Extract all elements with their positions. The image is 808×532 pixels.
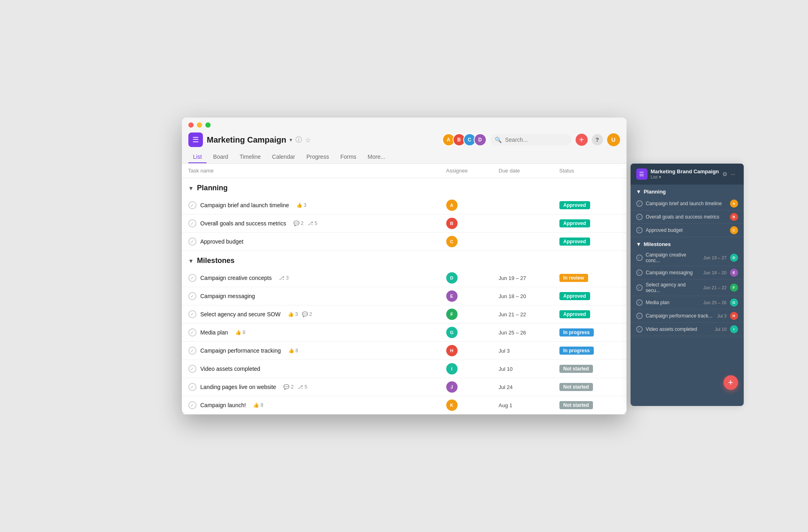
side-avatar: I — [730, 325, 738, 333]
tab-more[interactable]: More... — [363, 151, 390, 163]
status-badge: Not started — [559, 365, 593, 373]
task-check-icon[interactable]: ✓ — [188, 219, 196, 227]
side-panel-header: ☰ Marketing Brand Campaign List ▾ ⚙ ··· — [631, 164, 744, 185]
task-check-icon[interactable]: ✓ — [188, 347, 196, 355]
task-name-cell: ✓ Campaign launch! 👍 8 — [188, 401, 446, 409]
planning-title: Planning — [197, 184, 228, 192]
list-item[interactable]: ✓ Approved budget C — [631, 224, 744, 237]
section-planning[interactable]: ▼ Planning — [182, 178, 627, 196]
search-input[interactable] — [491, 134, 572, 145]
avatar: E — [446, 290, 458, 302]
table-row[interactable]: ✓ Select agency and secure SOW 👍 3 💬 2 F… — [182, 305, 627, 324]
table-row[interactable]: ✓ Approved budget C Approved — [182, 233, 627, 251]
side-check-icon: ✓ — [636, 284, 643, 291]
table-row[interactable]: ✓ Landing pages live on website 💬 2 ⎇ 5 … — [182, 378, 627, 396]
list-item[interactable]: ✓ Media plan Jun 25 – 26 G — [631, 296, 744, 309]
side-task-name: Campaign performance track... — [646, 313, 714, 319]
task-check-icon[interactable]: ✓ — [188, 310, 196, 318]
side-avatar: A — [730, 200, 738, 208]
planning-chevron: ▼ — [188, 185, 194, 191]
side-panel-controls: ⚙ ··· — [722, 171, 736, 177]
minimize-button[interactable] — [197, 122, 202, 128]
list-item[interactable]: ✓ Select agency and secu... Jun 21 – 22 … — [631, 280, 744, 296]
side-task-date: Jul 3 — [717, 313, 726, 318]
task-name: Approved budget — [200, 238, 244, 245]
side-panel: ☰ Marketing Brand Campaign List ▾ ⚙ ··· … — [631, 164, 744, 406]
side-avatar: F — [730, 284, 738, 292]
task-check-icon[interactable]: ✓ — [188, 274, 196, 282]
tab-progress[interactable]: Progress — [302, 151, 334, 163]
section-milestones[interactable]: ▼ Milestones — [182, 251, 627, 269]
table-row[interactable]: ✓ Campaign creative concepts ⎇ 3 D Jun 1… — [182, 269, 627, 287]
assignee-cell: F — [446, 309, 499, 320]
side-panel-filter-button[interactable]: ⚙ — [722, 171, 728, 177]
task-check-icon[interactable]: ✓ — [188, 292, 196, 300]
list-item[interactable]: ✓ Campaign messaging Jun 18 – 20 E — [631, 266, 744, 280]
side-milestones-chevron: ▼ — [636, 241, 641, 247]
side-panel-subtitle: List ▾ — [651, 175, 719, 180]
table-row[interactable]: ✓ Campaign brief and launch timeline 👍 3… — [182, 196, 627, 214]
side-panel-add-button[interactable]: + — [724, 375, 738, 390]
assignee-cell: A — [446, 200, 499, 211]
table-row[interactable]: ✓ Overall goals and success metrics 💬 2 … — [182, 214, 627, 233]
task-meta: 👍 8 — [288, 348, 298, 353]
list-item[interactable]: ✓ Video assets completed Jul 10 I — [631, 323, 744, 336]
close-button[interactable] — [188, 122, 194, 128]
task-check-icon[interactable]: ✓ — [188, 365, 196, 373]
user-avatar[interactable]: U — [607, 133, 620, 146]
tab-calendar[interactable]: Calendar — [267, 151, 300, 163]
table-row[interactable]: ✓ Media plan 👍 8 G Jun 25 – 26 In progre… — [182, 324, 627, 342]
title-dropdown-icon[interactable]: ▾ — [289, 137, 292, 143]
app-title: Marketing Campaign — [207, 135, 287, 145]
help-button[interactable]: ? — [592, 134, 603, 145]
task-check-icon[interactable]: ✓ — [188, 238, 196, 246]
avatar: K — [446, 400, 458, 411]
side-panel-more-button[interactable]: ··· — [731, 171, 736, 177]
header-right: A B C D 🔍 + ? U — [442, 133, 620, 146]
list-item[interactable]: ✓ Overall goals and success metrics B — [631, 210, 744, 224]
task-meta: ⎇ 3 — [279, 275, 289, 281]
side-milestones-label: Milestones — [643, 241, 671, 247]
info-icon[interactable]: ⓘ — [295, 136, 302, 144]
side-section-milestones[interactable]: ▼ Milestones — [631, 237, 744, 250]
side-check-icon: ✓ — [636, 200, 643, 207]
tab-list[interactable]: List — [188, 151, 207, 163]
tab-board[interactable]: Board — [208, 151, 233, 163]
table-row[interactable]: ✓ Campaign messaging E Jun 18 – 20 Appro… — [182, 287, 627, 305]
avatar: D — [446, 272, 458, 284]
side-check-icon: ✓ — [636, 214, 643, 220]
star-icon[interactable]: ☆ — [305, 136, 311, 144]
col-assignee: Assignee — [446, 168, 499, 174]
task-name-cell: ✓ Media plan 👍 8 — [188, 328, 446, 336]
task-check-icon[interactable]: ✓ — [188, 383, 196, 391]
status-cell: In review — [559, 274, 620, 282]
table-row[interactable]: ✓ Campaign launch! 👍 8 K Aug 1 Not start… — [182, 396, 627, 414]
side-panel-app-icon: ☰ — [636, 168, 648, 180]
list-item[interactable]: ✓ Campaign creative conc... Jun 19 – 27 … — [631, 250, 744, 266]
avatar: F — [446, 309, 458, 320]
status-cell: Approved — [559, 310, 620, 318]
status-cell: In progress — [559, 328, 620, 336]
task-check-icon[interactable]: ✓ — [188, 201, 196, 209]
side-task-date: Jun 25 – 26 — [703, 300, 727, 305]
task-check-icon[interactable]: ✓ — [188, 328, 196, 336]
tab-timeline[interactable]: Timeline — [235, 151, 266, 163]
task-name-cell: ✓ Select agency and secure SOW 👍 3 💬 2 — [188, 310, 446, 318]
task-name: Campaign messaging — [200, 293, 255, 299]
tab-forms[interactable]: Forms — [335, 151, 361, 163]
search-icon: 🔍 — [495, 137, 502, 143]
maximize-button[interactable] — [205, 122, 211, 128]
task-check-icon[interactable]: ✓ — [188, 401, 196, 409]
due-date-cell: Jun 18 – 20 — [499, 293, 559, 299]
task-name-cell: ✓ Campaign performance tracking 👍 8 — [188, 347, 446, 355]
add-button[interactable]: + — [576, 134, 588, 146]
list-item[interactable]: ✓ Campaign performance track... Jul 3 H — [631, 309, 744, 323]
side-avatar: C — [730, 226, 738, 234]
table-row[interactable]: ✓ Video assets completed I Jul 10 Not st… — [182, 360, 627, 378]
side-avatar: E — [730, 269, 738, 277]
table-row[interactable]: ✓ Campaign performance tracking 👍 8 H Ju… — [182, 342, 627, 360]
avatar: I — [446, 363, 458, 374]
list-item[interactable]: ✓ Campaign brief and launch timeline A — [631, 197, 744, 210]
side-section-planning[interactable]: ▼ Planning — [631, 185, 744, 197]
side-task-name: Campaign creative conc... — [646, 252, 700, 263]
